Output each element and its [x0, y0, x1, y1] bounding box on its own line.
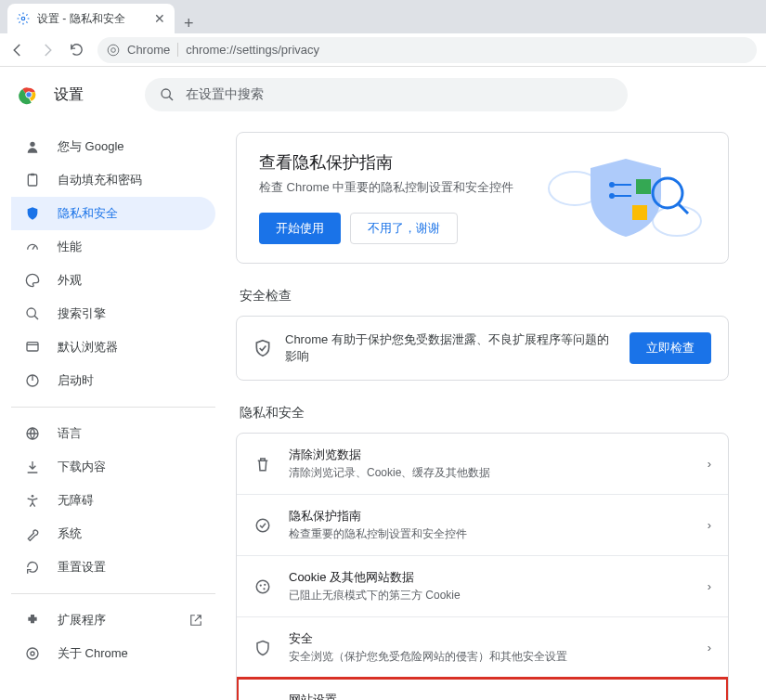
trash-icon [253, 456, 272, 473]
chrome-outline-icon [24, 646, 41, 661]
svg-point-7 [30, 142, 34, 147]
svg-rect-9 [31, 174, 34, 176]
item-security[interactable]: 安全安全浏览（保护您免受危险网站的侵害）和其他安全设置 › [237, 616, 728, 678]
reload-button[interactable] [69, 42, 84, 58]
svg-point-16 [31, 652, 34, 655]
sidebar-item-downloads[interactable]: 下载内容 [11, 450, 215, 484]
sidebar-label: 外观 [58, 272, 82, 289]
section-safety-check: 安全检查 [240, 288, 729, 305]
svg-point-22 [609, 193, 615, 199]
svg-point-18 [653, 206, 701, 236]
sidebar-label: 搜索引擎 [58, 305, 106, 322]
sidebar-label: 隐私和安全 [58, 205, 118, 222]
globe-icon [24, 426, 41, 441]
svg-point-21 [609, 182, 615, 188]
item-clear-browsing-data[interactable]: 清除浏览数据清除浏览记录、Cookie、缓存及其他数据 › [237, 434, 728, 494]
privacy-list: 清除浏览数据清除浏览记录、Cookie、缓存及其他数据 › 隐私保护指南检查重要… [236, 433, 729, 700]
svg-point-14 [32, 495, 34, 498]
gear-icon [17, 12, 30, 25]
sidebar-label: 启动时 [58, 372, 94, 389]
search-icon [24, 306, 41, 321]
sidebar-label: 关于 Chrome [58, 645, 128, 662]
settings-search[interactable]: 在设置中搜索 [145, 78, 628, 111]
sidebar-label: 重置设置 [58, 559, 106, 576]
palette-icon [24, 273, 41, 288]
sidebar-item-you-and-google[interactable]: 您与 Google [11, 130, 215, 163]
item-privacy-guide[interactable]: 隐私保护指南检查重要的隐私控制设置和安全控件 › [237, 494, 728, 555]
sidebar-item-search-engine[interactable]: 搜索引擎 [11, 297, 215, 331]
safety-check-card: Chrome 有助于保护您免受数据泄露、不良扩展程序等问题的影响 立即检查 [236, 316, 729, 381]
sidebar-item-autofill[interactable]: 自动填充和密码 [11, 163, 215, 197]
sidebar-label: 无障碍 [58, 492, 94, 509]
page-header: 设置 在设置中搜索 [0, 67, 766, 123]
guide-dismiss-button[interactable]: 不用了，谢谢 [350, 213, 458, 244]
omnibox[interactable]: Chrome chrome://settings/privacy [97, 37, 757, 63]
svg-point-6 [162, 89, 170, 97]
accessibility-icon [24, 493, 41, 508]
sidebar-label: 您与 Google [58, 138, 124, 155]
search-placeholder: 在设置中搜索 [186, 86, 264, 103]
forward-button[interactable] [39, 42, 56, 58]
sidebar-item-appearance[interactable]: 外观 [11, 264, 215, 297]
back-button[interactable] [9, 42, 26, 58]
item-cookies[interactable]: Cookie 及其他网站数据已阻止无痕模式下的第三方 Cookie › [237, 555, 728, 616]
sidebar-label: 下载内容 [58, 459, 106, 475]
svg-rect-11 [27, 343, 38, 351]
svg-rect-20 [632, 205, 647, 220]
guide-title: 查看隐私保护指南 [259, 151, 533, 174]
sidebar-item-system[interactable]: 系统 [11, 517, 215, 551]
svg-point-28 [264, 583, 266, 585]
safety-check-button[interactable]: 立即检查 [630, 332, 711, 364]
sidebar-item-default-browser[interactable]: 默认浏览器 [11, 331, 215, 364]
item-site-settings[interactable]: 网站设置控制网站可以使用和显示什么信息（如位置信息、摄像头、弹出式窗口及其他） … [237, 678, 728, 700]
divider [11, 593, 215, 594]
shield-icon [253, 640, 272, 656]
safety-check-text: Chrome 有助于保护您免受数据泄露、不良扩展程序等问题的影响 [285, 331, 617, 365]
guide-subtitle: 检查 Chrome 中重要的隐私控制设置和安全控件 [259, 179, 533, 196]
item-title: 清除浏览数据 [289, 447, 691, 463]
sidebar-label: 扩展程序 [58, 612, 106, 629]
svg-point-2 [111, 47, 116, 52]
svg-point-10 [27, 308, 35, 317]
item-title: 隐私保护指南 [289, 508, 691, 525]
svg-point-27 [263, 588, 265, 590]
sidebar-item-on-startup[interactable]: 启动时 [11, 364, 215, 397]
guide-start-button[interactable]: 开始使用 [259, 213, 341, 244]
extension-icon [24, 613, 41, 628]
sidebar-item-reset[interactable]: 重置设置 [11, 551, 215, 584]
sidebar: 您与 Google 自动填充和密码 隐私和安全 性能 外观 搜索引擎 默认浏览器… [0, 123, 223, 700]
sidebar-item-performance[interactable]: 性能 [11, 230, 215, 264]
item-title: 网站设置 [289, 692, 691, 700]
omnibox-scheme: Chrome [127, 43, 178, 57]
chrome-logo-icon [19, 84, 39, 105]
wrench-icon [24, 526, 41, 541]
sidebar-label: 性能 [58, 239, 82, 255]
reset-icon [24, 560, 41, 575]
close-tab-icon[interactable]: ✕ [154, 11, 165, 26]
item-title: 安全 [289, 630, 691, 647]
speedometer-icon [24, 240, 41, 254]
svg-rect-8 [28, 175, 36, 186]
sidebar-item-accessibility[interactable]: 无障碍 [11, 484, 215, 517]
checklist-icon [253, 517, 272, 534]
chevron-right-icon: › [708, 641, 711, 655]
sidebar-item-extensions[interactable]: 扩展程序 [11, 603, 215, 637]
sidebar-label: 自动填充和密码 [58, 172, 142, 188]
chevron-right-icon: › [708, 457, 711, 471]
person-icon [24, 139, 41, 154]
browser-tab[interactable]: 设置 - 隐私和安全 ✕ [7, 4, 175, 33]
omnibox-url: chrome://settings/privacy [186, 43, 319, 57]
new-tab-button[interactable]: + [175, 14, 203, 33]
sidebar-label: 系统 [58, 525, 82, 542]
item-subtitle: 安全浏览（保护您免受危险网站的侵害）和其他安全设置 [289, 649, 691, 665]
sidebar-label: 默认浏览器 [58, 339, 118, 356]
sidebar-item-languages[interactable]: 语言 [11, 417, 215, 450]
page-title: 设置 [54, 85, 84, 105]
address-bar: Chrome chrome://settings/privacy [0, 33, 766, 67]
sidebar-item-about[interactable]: 关于 Chrome [11, 637, 215, 670]
svg-point-26 [260, 584, 262, 586]
sidebar-item-privacy[interactable]: 隐私和安全 [11, 197, 215, 230]
tab-bar: 设置 - 隐私和安全 ✕ + [0, 0, 766, 33]
tab-title: 设置 - 隐私和安全 [37, 11, 125, 27]
sidebar-label: 语言 [58, 425, 82, 442]
